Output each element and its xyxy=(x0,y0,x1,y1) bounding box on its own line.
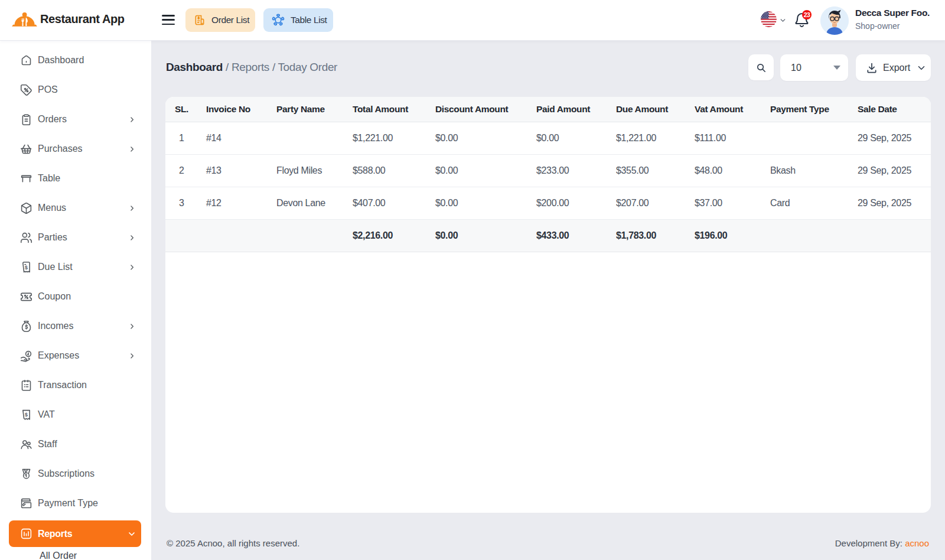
svg-text:$: $ xyxy=(25,411,28,417)
svg-text:$: $ xyxy=(25,265,28,271)
